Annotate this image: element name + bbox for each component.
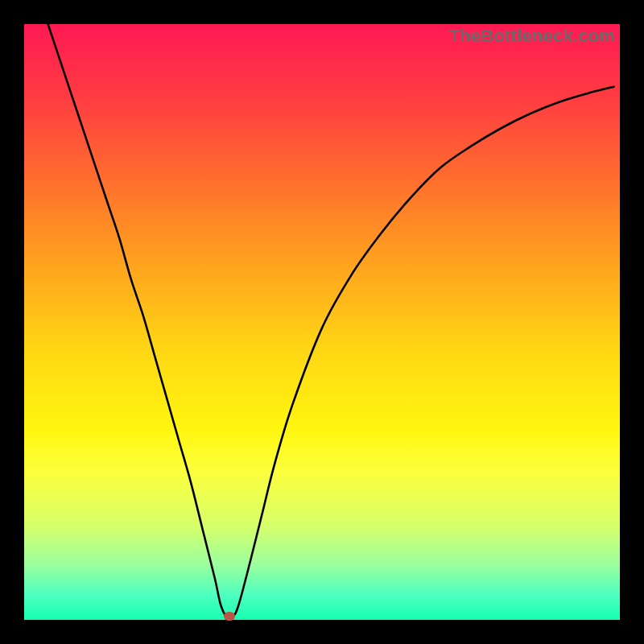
chart-frame: TheBottleneck.com: [0, 0, 644, 644]
curve-svg: [24, 24, 620, 620]
bottleneck-curve: [48, 24, 614, 618]
plot-area: TheBottleneck.com: [24, 24, 620, 620]
